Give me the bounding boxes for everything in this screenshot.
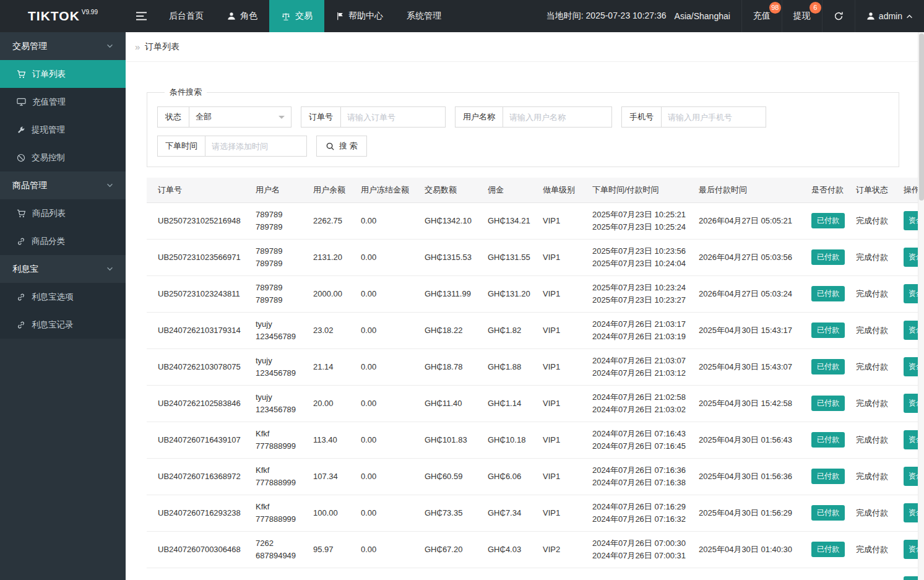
sidebar-item-interest-options[interactable]: 利息宝选项: [0, 283, 126, 311]
sidebar-group-interest-label: 利息宝: [12, 264, 38, 275]
commission-cell: GH₵6.06: [477, 458, 532, 495]
last-pay-time-cell: 2025年04月30日 15:43:07: [688, 348, 800, 385]
link-icon: [17, 321, 25, 329]
col-balance: 用户余额: [302, 178, 350, 202]
sidebar-group-product[interactable]: 商品管理: [0, 171, 126, 199]
sidebar-item-recharge-mgmt[interactable]: 充值管理: [0, 88, 126, 116]
sidebar-item-withdraw-mgmt[interactable]: 提现管理: [0, 116, 126, 144]
paid-badge: 已付款: [811, 505, 845, 521]
col-last-pay-time: 最后付款时间: [688, 178, 800, 202]
topbar: TIKTOKV9.99 后台首页 角色 交易 帮助中心 系统管理 当地时间: 2…: [0, 0, 924, 32]
balance-cell: 2000.00: [302, 275, 350, 312]
last-pay-time-cell: 2025年04月30日 01:56:43: [688, 422, 800, 458]
commission-cell: GH₵131.55: [477, 239, 532, 275]
balance-cell: 23.02: [302, 312, 350, 348]
paid-cell: 已付款: [800, 202, 845, 239]
table-row: UB2507231023566971 789789789789 2131.20 …: [147, 239, 922, 275]
status-label: 状态: [157, 106, 189, 128]
frozen-cell: 0.00: [350, 202, 413, 239]
sidebar: 交易管理 订单列表 充值管理 提现管理 交易控制 商品管理 商品列表: [0, 32, 126, 580]
sidebar-item-order-list[interactable]: 订单列表: [0, 60, 126, 88]
col-frozen: 用户冻结金额: [350, 178, 413, 202]
app-logo: TIKTOKV9.99: [0, 0, 126, 32]
nav-role[interactable]: 角色: [215, 0, 269, 32]
amount-cell: GH₵101.83: [413, 422, 477, 458]
scales-icon: [281, 12, 291, 21]
frozen-cell: 0.00: [350, 422, 413, 458]
frozen-cell: [350, 568, 413, 580]
recharge-count-badge: 98: [769, 2, 781, 14]
username-input[interactable]: [503, 106, 612, 128]
sidebar-item-trade-control[interactable]: 交易控制: [0, 144, 126, 171]
nav-help[interactable]: 帮助中心: [324, 0, 395, 32]
nav-home[interactable]: 后台首页: [157, 0, 215, 32]
order-no-cell: UB2407260700306468: [147, 531, 244, 568]
username-cell: 789789789789: [244, 202, 302, 239]
order-time-cell: 2024年07月26日 07:00:302024年07月26日 07:00:31: [581, 531, 688, 568]
amount-cell: GH₵11.40: [413, 385, 477, 422]
order-no-cell: UB2507231023243811: [147, 275, 244, 312]
last-pay-time-cell: 2025年04月30日 01:56:29: [688, 495, 800, 531]
username-cell: 789789789789: [244, 239, 302, 275]
status-select[interactable]: 全部: [189, 106, 291, 128]
phone-input[interactable]: [661, 106, 766, 128]
orders-table-wrap: 订单号 用户名 用户余额 用户冻结金额 交易数额 佣金 做单级别 下单时间/付款…: [147, 178, 922, 580]
nav-system[interactable]: 系统管理: [395, 0, 453, 32]
status-cell: 完成付款: [845, 458, 892, 495]
paid-badge: 已付款: [811, 432, 845, 448]
sidebar-item-product-list[interactable]: 商品列表: [0, 199, 126, 227]
frozen-cell: 0.00: [350, 495, 413, 531]
wrench-icon: [17, 126, 25, 134]
recharge-button[interactable]: 充值 98: [741, 0, 782, 32]
status-cell: 完成付款: [845, 495, 892, 531]
nav-trade[interactable]: 交易: [269, 0, 324, 32]
nav-system-label: 系统管理: [407, 11, 441, 22]
username-filter: 用户名称: [455, 106, 612, 128]
order-time-input[interactable]: [205, 136, 307, 157]
sidebar-item-interest-records[interactable]: 利息宝记录: [0, 311, 126, 339]
frozen-cell: 0.00: [350, 458, 413, 495]
status-cell: 完成付款: [845, 202, 892, 239]
nav-trade-label: 交易: [295, 11, 313, 22]
frozen-cell: 0.00: [350, 275, 413, 312]
vertical-scrollbar[interactable]: [918, 32, 924, 580]
withdraw-button[interactable]: 提现 6: [782, 0, 822, 32]
paid-cell: [800, 568, 845, 580]
table-row: UB2507231025216948 789789789789 2262.75 …: [147, 202, 922, 239]
refresh-button[interactable]: [822, 0, 855, 32]
last-pay-time-cell: [688, 568, 800, 580]
paid-badge: 已付款: [811, 359, 845, 374]
balance-cell: 107.34: [302, 458, 350, 495]
status-cell: 完成付款: [845, 531, 892, 568]
order-no-input[interactable]: [340, 106, 446, 128]
paid-badge: 已付款: [811, 249, 845, 265]
phone-label: 手机号: [621, 106, 662, 128]
paid-cell: 已付款: [800, 422, 845, 458]
user-menu[interactable]: admin: [855, 0, 924, 32]
balance-cell: 95.97: [302, 531, 350, 568]
balance-cell: 100.00: [302, 495, 350, 531]
scrollbar-thumb[interactable]: [919, 33, 924, 201]
last-pay-time-cell: 2026年04月27日 05:03:24: [688, 275, 800, 312]
menu-toggle-button[interactable]: [126, 0, 157, 32]
topbar-right: 当地时间: 2025-07-23 10:27:36 Asia/Shanghai …: [535, 0, 924, 32]
amount-cell: [413, 568, 477, 580]
username-cell: Kfkf777888999: [244, 495, 302, 531]
order-time-cell: 2024年07月26日 07:00:23: [581, 568, 688, 580]
username-cell: tyujy123456789: [244, 312, 302, 348]
order-no-cell: UB2407260716368972: [147, 458, 244, 495]
level-cell: VIP1: [532, 348, 581, 385]
last-pay-time-cell: 2025年04月30日 01:56:36: [688, 458, 800, 495]
sidebar-item-product-category[interactable]: 商品分类: [0, 227, 126, 255]
balance-cell: 2131.20: [302, 239, 350, 275]
search-button[interactable]: 搜 索: [316, 136, 367, 157]
status-cell: 完成付款: [845, 275, 892, 312]
last-pay-time-cell: 2025年04月30日 15:43:17: [688, 312, 800, 348]
local-time-text: 当地时间: 2025-07-23 10:27:36: [546, 11, 667, 22]
sidebar-group-interest[interactable]: 利息宝: [0, 255, 126, 283]
search-panel: 条件搜索 状态 全部 订单号 用户名称 手机号: [147, 87, 899, 167]
sidebar-group-trade[interactable]: 交易管理: [0, 32, 126, 60]
col-commission: 佣金: [477, 178, 532, 202]
chevron-down-icon: [106, 44, 113, 48]
paid-cell: 已付款: [800, 495, 845, 531]
